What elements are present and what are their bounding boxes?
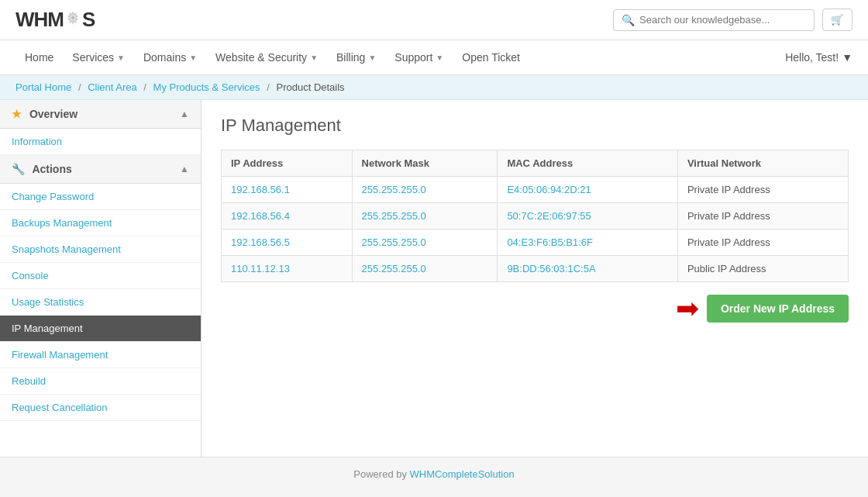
ip-cell: 192.168.56.5 <box>222 230 353 256</box>
sidebar-item-information[interactable]: Information <box>0 129 201 155</box>
footer: Powered by WHMCompleteSolution <box>0 457 868 491</box>
ip-cell: 192.168.56.4 <box>222 203 353 230</box>
overview-collapse-icon: ▲ <box>180 109 189 119</box>
breadcrumb-client-area[interactable]: Client Area <box>88 81 137 93</box>
col-mask: Network Mask <box>352 150 498 177</box>
nav-support[interactable]: Support ▼ <box>385 40 453 74</box>
table-row: 192.168.56.4 255.255.255.0 50:7C:2E:06:9… <box>222 203 849 230</box>
breadcrumb-portal-home[interactable]: Portal Home <box>16 81 71 93</box>
star-icon: ★ <box>12 108 22 120</box>
search-icon: 🔍 <box>622 14 635 26</box>
breadcrumb-sep-2: / <box>143 81 146 93</box>
billing-caret: ▼ <box>368 53 376 62</box>
nav-left: Home Services ▼ Domains ▼ Website & Secu… <box>16 40 529 74</box>
hello-caret: ▼ <box>842 51 852 64</box>
ip-cell: 192.168.56.1 <box>222 177 353 203</box>
logo-wh: WHM <box>16 8 64 32</box>
nav-billing[interactable]: Billing ▼ <box>327 40 385 74</box>
breadcrumb: Portal Home / Client Area / My Products … <box>0 75 868 100</box>
nav-open-ticket[interactable]: Open Ticket <box>453 40 529 74</box>
cart-button[interactable]: 🛒 <box>822 9 852 31</box>
gear-icon <box>64 8 81 32</box>
nav-website-security[interactable]: Website & Security ▼ <box>206 40 327 74</box>
page-title: IP Management <box>221 116 849 136</box>
sidebar-item-console[interactable]: Console <box>0 263 201 289</box>
overview-label: Overview <box>29 108 78 120</box>
sidebar-item-ip-management[interactable]: IP Management <box>0 316 201 342</box>
sidebar-item-backups[interactable]: Backups Management <box>0 210 201 236</box>
logo-cs: S <box>82 8 95 32</box>
network-cell: Private IP Address <box>677 203 848 230</box>
footer-link[interactable]: WHMCompleteSolution <box>410 468 515 480</box>
domains-caret: ▼ <box>189 53 197 62</box>
website-security-caret: ▼ <box>310 53 318 62</box>
support-caret: ▼ <box>436 53 443 62</box>
mac-cell: 04:E3:F6:B5:B1:6F <box>498 230 678 256</box>
sidebar-item-usage-stats[interactable]: Usage Statistics <box>0 289 201 316</box>
network-cell: Private IP Address <box>677 230 848 256</box>
sidebar-actions-header[interactable]: 🔧 Actions ▲ <box>0 155 201 184</box>
content: IP Management IP Address Network Mask MA… <box>202 100 868 457</box>
header-right: 🔍 🛒 <box>613 9 852 31</box>
table-row: 110.11.12.13 255.255.255.0 9B:DD:56:03:1… <box>222 256 849 282</box>
col-network: Virtual Network <box>677 150 848 177</box>
ip-cell: 110.11.12.13 <box>222 256 353 282</box>
ip-table: IP Address Network Mask MAC Address Virt… <box>221 150 849 282</box>
breadcrumb-sep-3: / <box>267 81 270 93</box>
nav: Home Services ▼ Domains ▼ Website & Secu… <box>0 40 868 75</box>
breadcrumb-sep-1: / <box>78 81 81 93</box>
hello-text: Hello, Test! <box>785 51 839 64</box>
nav-domains[interactable]: Domains ▼ <box>134 40 206 74</box>
table-row: 192.168.56.5 255.255.255.0 04:E3:F6:B5:B… <box>222 230 849 256</box>
mac-cell: E4:05:06:94:2D:21 <box>498 177 678 203</box>
header: WHM S 🔍 🛒 <box>0 0 868 40</box>
logo: WHM S <box>16 8 95 32</box>
sidebar-item-firewall[interactable]: Firewall Management <box>0 342 201 368</box>
services-caret: ▼ <box>117 53 125 62</box>
nav-home[interactable]: Home <box>16 40 63 74</box>
mask-cell: 255.255.255.0 <box>352 230 498 256</box>
sidebar-item-change-password[interactable]: Change Password <box>0 184 201 210</box>
mask-cell: 255.255.255.0 <box>352 203 498 230</box>
search-input[interactable] <box>639 14 806 26</box>
col-mac: MAC Address <box>498 150 678 177</box>
svg-point-2 <box>71 16 74 20</box>
actions-label: Actions <box>32 163 71 175</box>
search-box[interactable]: 🔍 <box>613 9 815 31</box>
actions-collapse-icon: ▲ <box>180 164 189 174</box>
mac-cell: 50:7C:2E:06:97:55 <box>498 203 678 230</box>
sidebar-overview-header[interactable]: ★ Overview ▲ <box>0 100 201 129</box>
breadcrumb-my-products[interactable]: My Products & Services <box>153 81 260 93</box>
sidebar-item-snapshots[interactable]: Snapshots Management <box>0 236 201 263</box>
sidebar-item-cancellation[interactable]: Request Cancellation <box>0 395 201 421</box>
nav-hello[interactable]: Hello, Test! ▼ <box>785 51 852 64</box>
nav-services[interactable]: Services ▼ <box>63 40 134 74</box>
network-cell: Private IP Address <box>677 177 848 203</box>
order-new-ip-button[interactable]: Order New IP Address <box>707 295 849 323</box>
table-row: 192.168.56.1 255.255.255.0 E4:05:06:94:2… <box>222 177 849 203</box>
arrow-icon: ➡ <box>676 295 699 323</box>
sidebar-item-rebuild[interactable]: Rebuild <box>0 368 201 395</box>
order-row: ➡ Order New IP Address <box>221 295 849 323</box>
main-layout: ★ Overview ▲ Information 🔧 Actions ▲ Cha… <box>0 100 868 457</box>
wrench-icon: 🔧 <box>12 163 25 175</box>
mask-cell: 255.255.255.0 <box>352 256 498 282</box>
mac-cell: 9B:DD:56:03:1C:5A <box>498 256 678 282</box>
col-ip: IP Address <box>222 150 353 177</box>
mask-cell: 255.255.255.0 <box>352 177 498 203</box>
sidebar: ★ Overview ▲ Information 🔧 Actions ▲ Cha… <box>0 100 202 457</box>
breadcrumb-product-details: Product Details <box>276 81 344 93</box>
footer-powered-by-text: Powered by <box>353 468 409 480</box>
network-cell: Public IP Address <box>677 256 848 282</box>
